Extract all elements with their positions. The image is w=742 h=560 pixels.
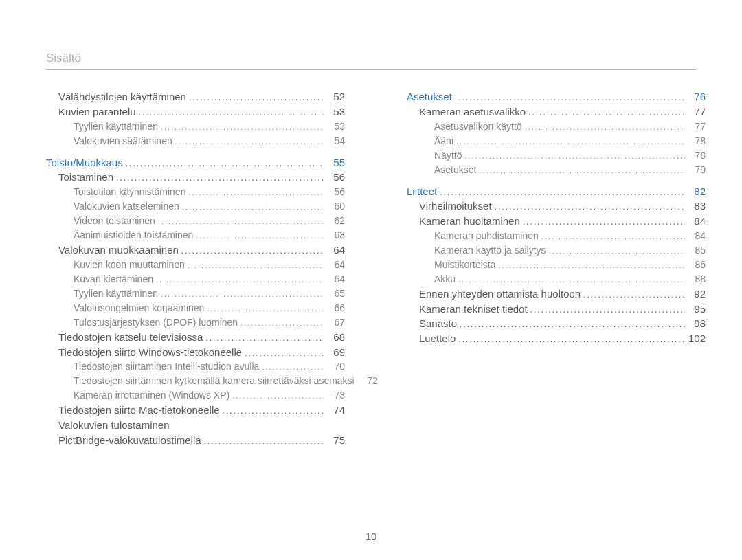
toc-label: Kameran tekniset tiedot — [419, 302, 528, 317]
toc-label: Kuvien koon muuttaminen — [74, 258, 185, 272]
toc-label: PictBridge-valokuvatulostimella — [58, 433, 201, 448]
toc-leader-dots: ........................................… — [188, 187, 324, 199]
toc-entry[interactable]: Ääni ...................................… — [407, 134, 706, 148]
toc-label: Valokuvien säätäminen — [74, 134, 172, 148]
toc-entry[interactable]: Virheilmoitukset .......................… — [407, 199, 706, 214]
toc-page-number: 78 — [688, 134, 706, 148]
toc-label: Tiedostojen siirto Windows-tietokoneelle — [58, 345, 242, 360]
toc-entry[interactable]: Tiedostojen siirtäminen kytkemällä kamer… — [46, 374, 345, 388]
toc-columns: Välähdystilojen käyttäminen ............… — [46, 89, 696, 448]
toc-entry[interactable]: Muistikorteista ........................… — [407, 258, 706, 272]
toc-entry[interactable]: Kameran huoltaminen ....................… — [407, 214, 706, 229]
toc-entry[interactable]: Tiedostojen siirto Mac-tietokoneelle ...… — [46, 403, 345, 418]
toc-entry[interactable]: Asetukset ..............................… — [407, 163, 706, 177]
toc-leader-dots: ........................................… — [223, 405, 324, 417]
toc-label: Tyylien käyttäminen — [74, 287, 158, 301]
toc-leader-dots: ........................................… — [455, 92, 685, 104]
toc-entry[interactable]: Kuvan kiertäminen ......................… — [46, 272, 345, 287]
toc-entry[interactable]: Asetukset ..............................… — [407, 89, 706, 104]
toc-label: Valotusongelmien korjaaminen — [74, 301, 204, 315]
toc-page-number: 53 — [327, 104, 345, 120]
toc-entry[interactable]: Kameran irrottaminen (Windows XP) ......… — [46, 388, 345, 403]
toc-entry[interactable]: PictBridge-valokuvatulostimella ........… — [46, 433, 345, 448]
toc-entry[interactable]: Sanasto ................................… — [407, 316, 706, 331]
toc-label: Asetukset — [407, 89, 452, 104]
toc-page-number: 77 — [688, 104, 706, 120]
toc-label: Toistaminen — [58, 170, 113, 185]
toc-page-number: 69 — [327, 345, 345, 360]
toc-entry[interactable]: Välähdystilojen käyttäminen ............… — [46, 89, 345, 104]
toc-spacer — [46, 148, 345, 155]
toc-page-number: 63 — [327, 228, 345, 243]
toc-entry[interactable]: Tyylien käyttäminen ....................… — [46, 120, 345, 134]
toc-column-right: Asetukset ..............................… — [407, 89, 706, 448]
toc-page-number: 79 — [688, 163, 706, 177]
toc-leader-dots: ........................................… — [156, 274, 324, 286]
toc-entry[interactable]: Tiedostojen siirtäminen Intelli-studion … — [46, 359, 345, 374]
toc-label: Tiedostojen siirtäminen Intelli-studion … — [74, 359, 259, 374]
toc-entry[interactable]: Kameran käyttö ja säilytys .............… — [407, 243, 706, 258]
toc-entry[interactable]: Valokuvien tulostaminen — [46, 418, 345, 433]
toc-entry[interactable]: Tiedostojen katselu televisiossa .......… — [46, 330, 345, 345]
toc-leader-dots: ........................................… — [583, 289, 685, 301]
header-rule — [46, 69, 696, 70]
toc-leader-dots: ........................................… — [189, 92, 324, 104]
toc-entry[interactable]: Videon toistaminen .....................… — [46, 214, 345, 228]
toc-page-number: 84 — [688, 214, 706, 229]
toc-entry[interactable]: Tiedostojen siirto Windows-tietokoneelle… — [46, 345, 345, 360]
toc-page-number: 98 — [688, 316, 706, 331]
toc-leader-dots: ........................................… — [175, 136, 324, 148]
toc-entry[interactable]: Valokuvan muokkaaminen .................… — [46, 243, 345, 258]
toc-page-number: 92 — [688, 287, 706, 302]
toc-label: Tiedostojen siirto Mac-tietokoneelle — [58, 403, 220, 418]
toc-entry[interactable]: Luettelo ...............................… — [407, 331, 706, 346]
toc-entry[interactable]: Ennen yhteyden ottamista huoltoon ......… — [407, 287, 706, 302]
toc-leader-dots: ........................................… — [530, 304, 685, 316]
toc-entry[interactable]: Toisto/Muokkaus ........................… — [46, 155, 345, 170]
toc-entry[interactable]: Kameran puhdistaminen ..................… — [407, 229, 706, 243]
toc-label: Videon toistaminen — [74, 214, 155, 228]
toc-entry[interactable]: Akku ...................................… — [407, 272, 706, 287]
toc-entry[interactable]: Asetusvalikon käyttö ...................… — [407, 120, 706, 134]
toc-leader-dots: ........................................… — [498, 260, 685, 271]
toc-leader-dots: ........................................… — [204, 436, 324, 447]
toc-leader-dots: ........................................… — [460, 319, 685, 331]
toc-page-number: 73 — [327, 388, 345, 403]
toc-leader-dots: ........................................… — [182, 201, 324, 213]
toc-entry[interactable]: Kameran asetusvalikko ..................… — [407, 104, 706, 120]
toc-page-number: 52 — [327, 89, 345, 104]
toc-entry[interactable]: Toistaminen ............................… — [46, 170, 345, 185]
page-container: Sisältö Välähdystilojen käyttäminen ....… — [0, 0, 742, 560]
toc-leader-dots: ........................................… — [464, 150, 685, 162]
toc-entry[interactable]: Äänimuistioiden toistaminen ............… — [46, 228, 345, 243]
footer-page-number: 10 — [0, 530, 742, 542]
toc-leader-dots: ........................................… — [458, 334, 685, 346]
toc-label: Kameran puhdistaminen — [434, 229, 539, 243]
toc-label: Asetukset — [434, 163, 476, 177]
toc-entry[interactable]: Toistotilan käynnistäminen .............… — [46, 185, 345, 199]
toc-page-number: 78 — [688, 148, 706, 163]
toc-page-number: 74 — [327, 403, 345, 418]
toc-entry[interactable]: Kuvien parantelu .......................… — [46, 104, 345, 120]
toc-page-number: 62 — [327, 214, 345, 228]
toc-leader-dots: ........................................… — [196, 230, 324, 242]
toc-label: Liitteet — [407, 184, 437, 199]
toc-page-number: 70 — [327, 359, 345, 374]
toc-entry[interactable]: Valotusongelmien korjaaminen ...........… — [46, 301, 345, 315]
toc-page-number: 64 — [327, 258, 345, 272]
toc-leader-dots: ........................................… — [262, 361, 324, 373]
toc-entry[interactable]: Tyylien käyttäminen ....................… — [46, 287, 345, 301]
toc-entry[interactable]: Kuvien koon muuttaminen ................… — [46, 258, 345, 272]
toc-column-left: Välähdystilojen käyttäminen ............… — [46, 89, 345, 448]
toc-leader-dots: ........................................… — [207, 303, 324, 315]
toc-page-number: 95 — [688, 302, 706, 317]
toc-entry[interactable]: Valokuvien säätäminen ..................… — [46, 134, 345, 148]
toc-entry[interactable]: Näyttö .................................… — [407, 148, 706, 163]
toc-entry[interactable]: Valokuvien katseleminen ................… — [46, 199, 345, 214]
toc-entry[interactable]: Tulostusjärjestyksen (DPOF) luominen ...… — [46, 315, 345, 330]
toc-label: Tulostusjärjestyksen (DPOF) luominen — [74, 315, 238, 330]
toc-entry[interactable]: Kameran tekniset tiedot ................… — [407, 302, 706, 317]
toc-page-number: 60 — [327, 199, 345, 214]
toc-entry[interactable]: Liitteet ...............................… — [407, 184, 706, 199]
toc-leader-dots: ........................................… — [188, 260, 324, 271]
